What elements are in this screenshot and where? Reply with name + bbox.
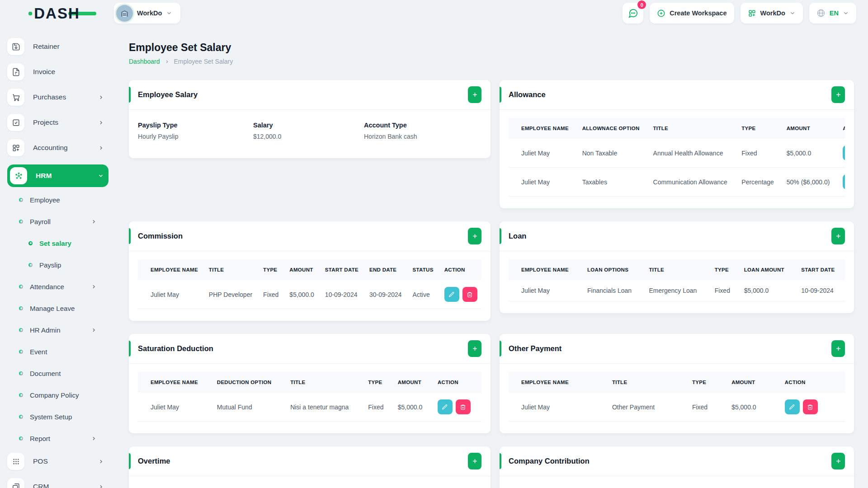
submenu-label: HR Admin [30, 326, 61, 334]
cell: Juliet May [509, 280, 582, 301]
table-scroll-area[interactable]: EMPLOYEE NAME TITLE TYPE AMOUNT ACTION J… [509, 372, 845, 422]
loan-table: EMPLOYEE NAME LOAN OPTIONS TITLE TYPE LO… [509, 259, 845, 301]
add-commission-button[interactable] [468, 228, 481, 244]
submenu-item-hr-admin[interactable]: HR Admin [7, 319, 105, 341]
submenu-item-company-policy[interactable]: Company Policy [7, 384, 105, 406]
card-body [129, 476, 491, 488]
cell: Fixed [363, 393, 392, 422]
submenu-item-payslip[interactable]: Payslip [7, 254, 105, 276]
add-overtime-button[interactable] [468, 453, 481, 469]
bullet-icon [19, 415, 23, 419]
table-scroll-area[interactable]: EMPLOYEE NAME LOAN OPTIONS TITLE TYPE LO… [509, 259, 845, 301]
submenu-item-set-salary[interactable]: Set salary [7, 232, 105, 254]
submenu-item-system-setup[interactable]: System Setup [7, 406, 105, 427]
create-workspace-label: Create Workspace [670, 9, 726, 17]
add-loan-button[interactable] [831, 228, 845, 244]
add-other-payment-button[interactable] [831, 340, 845, 357]
table-row: Juliet May Other Payment Fixed $5,000.0 [509, 393, 845, 422]
submenu-item-manage-leave[interactable]: Manage Leave [7, 297, 105, 319]
workspace-selector[interactable]: WorkDo [114, 3, 180, 23]
add-salary-button[interactable] [468, 86, 481, 103]
chevron-right-icon [98, 94, 104, 100]
table-row: Juliet May Taxables Communication Allowa… [509, 168, 845, 197]
cell: 10-09-2024 [796, 280, 845, 301]
sidebar-item-pos[interactable]: POS [7, 453, 108, 470]
plus-circle-icon [657, 9, 665, 18]
sidebar-item-invoice[interactable]: Invoice [7, 63, 108, 80]
plus-icon [472, 91, 478, 98]
chevron-down-icon [843, 10, 849, 16]
app-switcher-button[interactable]: WorkDo [741, 3, 803, 23]
submenu-item-attendance[interactable]: Attendance [7, 276, 105, 297]
add-contribution-button[interactable] [831, 453, 845, 469]
cell: Fixed [736, 139, 781, 168]
loan-card: Loan EMPLOYEE NAME LOAN OPTIONS TITLE [500, 221, 854, 313]
plus-icon [835, 345, 842, 352]
edit-button[interactable] [438, 399, 453, 414]
column-header: LOAN AMOUNT [739, 259, 796, 280]
cell-actions [779, 393, 845, 422]
delete-button[interactable] [462, 287, 477, 302]
card-header: Saturation Deduction [129, 334, 491, 364]
cell-actions [837, 139, 845, 168]
workspace-avatar [116, 5, 133, 22]
card-header: Loan [500, 221, 854, 251]
sidebar-item-projects[interactable]: Projects [7, 114, 108, 131]
cell: Mutual Fund [212, 393, 285, 422]
language-selector[interactable]: EN [809, 3, 856, 23]
submenu-item-employee[interactable]: Employee [7, 189, 105, 211]
card-header: Company Contribution [500, 446, 854, 476]
submenu-label: Payroll [30, 218, 51, 225]
cell: Annual Health Allowance [648, 139, 736, 168]
submenu-item-report[interactable]: Report [7, 427, 105, 449]
sidebar-item-accounting[interactable]: Accounting [7, 139, 108, 156]
messages-button[interactable]: 0 [623, 3, 643, 23]
table-scroll-area[interactable]: EMPLOYEE NAME ALLOWNACE OPTION TITLE TYP… [509, 118, 845, 197]
edit-button[interactable] [843, 145, 845, 160]
edit-button[interactable] [444, 287, 459, 302]
card-title: Allowance [509, 90, 546, 99]
cart-icon [7, 89, 24, 106]
hrm-submenu: Employee Payroll Set salary Payslip Atte… [7, 189, 114, 449]
chevron-right-icon [91, 219, 97, 225]
breadcrumb-dashboard-link[interactable]: Dashboard [129, 58, 160, 65]
column-header: TYPE [363, 372, 392, 393]
submenu-label: Company Policy [30, 391, 79, 399]
sidebar-item-retainer[interactable]: Retainer [7, 38, 108, 55]
submenu-item-document[interactable]: Document [7, 362, 105, 384]
field-label: Salary [253, 122, 364, 129]
card-body: EMPLOYEE NAME LOAN OPTIONS TITLE TYPE LO… [500, 251, 854, 313]
edit-button[interactable] [843, 174, 845, 189]
sidebar-item-purchases[interactable]: Purchases [7, 89, 108, 106]
delete-button[interactable] [456, 399, 471, 414]
table-scroll-area[interactable]: EMPLOYEE NAME TITLE TYPE AMOUNT START DA… [138, 259, 481, 309]
sidebar-item-crm[interactable]: CRM [7, 478, 108, 488]
create-workspace-button[interactable]: Create Workspace [650, 3, 734, 23]
grid-plus-icon [7, 139, 24, 156]
add-allowance-button[interactable] [831, 86, 845, 103]
trash-icon [460, 404, 466, 410]
card-header: Commission [129, 221, 491, 251]
chevron-right-icon [165, 59, 170, 64]
cell: Juliet May [509, 168, 577, 197]
submenu-label: Manage Leave [30, 305, 75, 312]
column-header: ALLOWNACE OPTION [577, 118, 648, 139]
table-header-row: EMPLOYEE NAME TITLE TYPE AMOUNT START DA… [138, 259, 481, 280]
invoice-icon [7, 63, 24, 80]
edit-button[interactable] [785, 399, 800, 414]
bullet-icon [28, 241, 33, 245]
submenu-item-payroll[interactable]: Payroll [7, 211, 105, 232]
add-deduction-button[interactable] [468, 340, 481, 357]
grid-plus-icon [748, 9, 756, 18]
table-scroll-area[interactable]: EMPLOYEE NAME DEDUCTION OPTION TITLE TYP… [138, 372, 481, 422]
card-body: EMPLOYEE NAME ALLOWNACE OPTION TITLE TYP… [500, 110, 854, 208]
submenu-item-event[interactable]: Event [7, 341, 105, 362]
sidebar-item-hrm[interactable]: HRM [7, 164, 108, 187]
card-body: Payslip Type Hourly Payslip Salary $12,0… [129, 110, 491, 158]
sidebar-item-label: CRM [33, 483, 49, 488]
table-header-row: EMPLOYEE NAME ALLOWNACE OPTION TITLE TYP… [509, 118, 845, 139]
bullet-icon [19, 328, 23, 332]
field-account-type: Account Type Horizon Bank cash [364, 122, 481, 140]
delete-button[interactable] [803, 399, 818, 414]
sidebar: Retainer Invoice Purchases Projec [0, 26, 114, 488]
